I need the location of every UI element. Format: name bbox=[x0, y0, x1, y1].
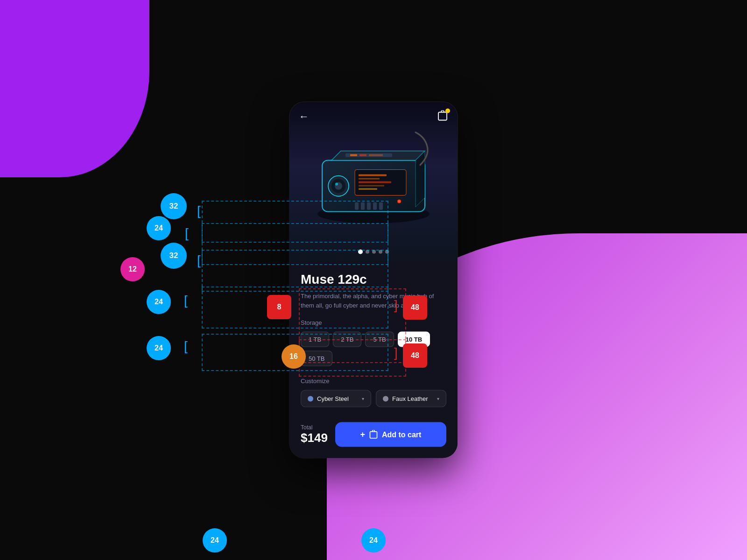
dot-2[interactable] bbox=[366, 250, 369, 254]
add-to-cart-button[interactable]: + Add to cart bbox=[335, 422, 446, 447]
dot-4[interactable] bbox=[379, 250, 382, 254]
steel-dropdown-arrow: ▾ bbox=[362, 396, 364, 401]
svg-rect-22 bbox=[355, 203, 359, 210]
annotation-24-bottom-left: 24 bbox=[203, 528, 227, 553]
bg-purple-blob bbox=[0, 0, 149, 177]
product-image bbox=[308, 116, 439, 233]
bracket-3: [ bbox=[197, 253, 201, 268]
product-info: Muse 129c The primordial, the alpha, and… bbox=[289, 261, 458, 458]
svg-rect-25 bbox=[373, 203, 377, 210]
annotation-8: 8 bbox=[267, 295, 291, 319]
svg-rect-16 bbox=[359, 178, 380, 180]
bracket-red-2: ] bbox=[394, 345, 398, 360]
product-image-area: ← bbox=[289, 102, 458, 261]
svg-rect-27 bbox=[370, 431, 377, 438]
cart-plus-icon: + bbox=[360, 430, 365, 440]
svg-rect-18 bbox=[359, 185, 384, 187]
bracket-1: [ bbox=[197, 203, 201, 218]
cart-icon bbox=[369, 430, 378, 439]
annotation-48-bot: 48 bbox=[403, 343, 427, 368]
annotation-24-2: 24 bbox=[147, 290, 171, 314]
cart-badge bbox=[445, 109, 450, 113]
svg-rect-8 bbox=[369, 154, 383, 156]
svg-rect-17 bbox=[359, 182, 391, 183]
annotation-12: 12 bbox=[120, 257, 145, 281]
svg-rect-6 bbox=[350, 154, 357, 156]
svg-rect-26 bbox=[379, 203, 383, 210]
annotation-24-bottom-right: 24 bbox=[361, 528, 386, 553]
dot-3[interactable] bbox=[372, 250, 376, 254]
customize-dropdowns: Cyber Steel ▾ Faux Leather ▾ bbox=[301, 390, 446, 407]
storage-label: Storage bbox=[301, 319, 446, 326]
back-button[interactable]: ← bbox=[299, 111, 309, 123]
leather-color-swatch bbox=[383, 396, 388, 401]
steel-color-swatch bbox=[308, 396, 313, 401]
annotation-32-mid: 32 bbox=[161, 243, 187, 269]
pagination-dots bbox=[358, 250, 389, 254]
bracket-4: [ bbox=[184, 293, 188, 308]
total-price: $149 bbox=[301, 431, 328, 445]
annotation-32-top: 32 bbox=[161, 193, 187, 219]
storage-5tb[interactable]: 5 TB bbox=[365, 332, 394, 347]
customize-section: Customize Cyber Steel ▾ Faux Leather ▾ bbox=[301, 378, 446, 407]
leather-dropdown-arrow: ▾ bbox=[437, 396, 439, 401]
annotation-24-3: 24 bbox=[147, 336, 171, 360]
svg-point-21 bbox=[398, 201, 400, 203]
bracket-red-1: ] bbox=[394, 298, 398, 313]
bracket-2: [ bbox=[185, 226, 189, 241]
total-label: Total bbox=[301, 424, 328, 431]
cart-button[interactable] bbox=[437, 111, 448, 124]
color-dropdown-leather[interactable]: Faux Leather ▾ bbox=[376, 390, 446, 407]
dot-5[interactable] bbox=[385, 250, 389, 254]
product-title: Muse 129c bbox=[301, 272, 446, 287]
customize-label: Customize bbox=[301, 378, 446, 385]
storage-2tb[interactable]: 2 TB bbox=[333, 332, 361, 347]
storage-1tb[interactable]: 1 TB bbox=[301, 332, 329, 347]
add-to-cart-label: Add to cart bbox=[382, 430, 421, 439]
svg-point-12 bbox=[335, 183, 338, 186]
phone-container: ← bbox=[289, 102, 458, 458]
annotation-24-1: 24 bbox=[147, 216, 171, 240]
leather-label: Faux Leather bbox=[392, 395, 428, 402]
annotation-48-top: 48 bbox=[403, 295, 427, 320]
dot-1[interactable] bbox=[358, 250, 363, 254]
svg-rect-24 bbox=[367, 203, 371, 210]
svg-rect-7 bbox=[359, 154, 366, 156]
svg-rect-15 bbox=[359, 175, 387, 176]
annotation-16: 16 bbox=[282, 344, 306, 369]
svg-rect-0 bbox=[438, 112, 447, 120]
svg-rect-19 bbox=[359, 189, 377, 190]
bottom-bar: Total $149 + Add to cart bbox=[301, 419, 446, 449]
bracket-5: [ bbox=[184, 339, 188, 354]
steel-label: Cyber Steel bbox=[317, 395, 349, 402]
color-dropdown-steel[interactable]: Cyber Steel ▾ bbox=[301, 390, 371, 407]
total-area: Total $149 bbox=[301, 424, 328, 445]
svg-rect-23 bbox=[361, 203, 365, 210]
